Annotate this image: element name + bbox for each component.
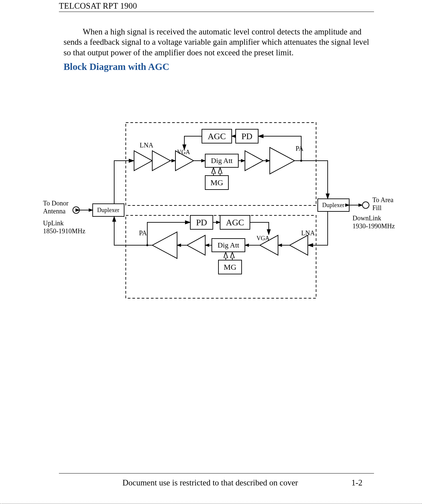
left-antenna-icon: [73, 207, 79, 213]
pd-label-bottom: PD: [196, 218, 207, 227]
lna-amp-bottom: [290, 235, 308, 255]
agc-label-top: AGC: [208, 132, 226, 141]
block-diagram: Dig Att AGC PD MG LNA VGA PA: [40, 103, 404, 318]
header-rule: [59, 12, 374, 12]
section-heading: Block Diagram with AGC: [64, 61, 169, 72]
downlink-label-2: 1930-1990MHz: [352, 222, 395, 230]
lna-text-top: LNA: [140, 141, 154, 149]
right-antenna-label-1: To Area: [372, 196, 394, 203]
uplink-label-1: UpLink: [43, 219, 64, 227]
pa-text-bottom: PA: [139, 229, 147, 237]
agc-label-bottom: AGC: [226, 218, 244, 227]
pd-label-top: PD: [241, 132, 252, 141]
mg-label-top: MG: [211, 178, 223, 187]
vga-text-bottom: VGA: [257, 235, 269, 242]
footer-page-number: 1-2: [352, 478, 362, 487]
mg-label-bottom: MG: [224, 263, 237, 271]
dig-att-label-top: Dig Att: [211, 156, 232, 165]
dig-att-label-bottom: Dig Att: [217, 241, 239, 249]
amp-after-digatt-bottom: [187, 235, 205, 255]
vga-text-top: VGA: [177, 149, 190, 155]
footer-text: Document use is restricted to that descr…: [122, 478, 298, 487]
svg-point-17: [146, 244, 148, 246]
amp-after-digatt-top: [245, 151, 263, 171]
right-duplexer-label: Duplexer: [322, 202, 345, 208]
svg-point-16: [300, 160, 302, 162]
lna-text-bottom: LNA: [301, 229, 315, 237]
left-antenna-label-1: To Donor: [43, 199, 69, 207]
pa-amp-bottom: [152, 232, 177, 258]
left-duplexer-label: Duplexer: [97, 207, 119, 213]
pa-text-top: PA: [296, 145, 304, 152]
pa-amp-top: [270, 147, 295, 174]
document-title: TELCOSAT RPT 1900: [59, 1, 374, 11]
document-header: TELCOSAT RPT 1900: [59, 1, 374, 12]
body-paragraph: When a high signal is received the autom…: [64, 27, 371, 58]
left-antenna-label-2: Antenna: [43, 207, 66, 215]
footer-rule: [59, 473, 374, 474]
lna-amp-2-top: [152, 151, 170, 171]
right-antenna-icon: [362, 202, 369, 208]
lna-amp-1-top: [134, 151, 152, 171]
uplink-label-2: 1850-1910MHz: [43, 227, 85, 235]
right-antenna-label-2: Fill: [372, 204, 382, 211]
downlink-label-1: DownLink: [352, 214, 381, 222]
